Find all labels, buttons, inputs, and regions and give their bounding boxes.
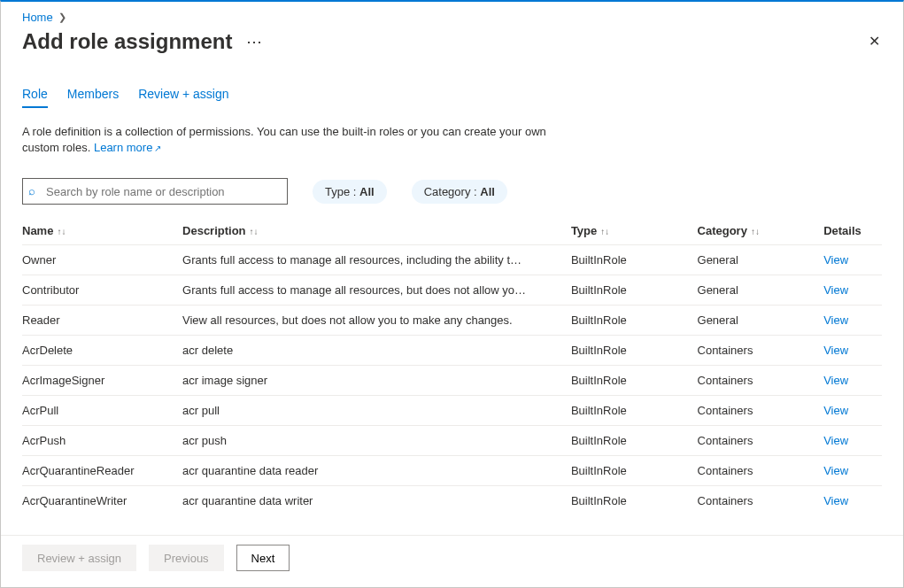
role-type: BuiltInRole — [571, 426, 698, 456]
page-title-row: Add role assignment ⋯ — [22, 29, 262, 54]
col-header-type[interactable]: Type↑↓ — [571, 217, 698, 245]
view-link[interactable]: View — [823, 283, 848, 297]
role-category: Containers — [698, 366, 824, 396]
role-description: acr pull — [182, 404, 528, 417]
category-filter-label: Category : — [424, 185, 481, 198]
role-name: Owner — [22, 245, 182, 275]
close-icon: ✕ — [869, 34, 880, 49]
search-input[interactable] — [22, 178, 288, 205]
role-description: acr push — [182, 434, 528, 447]
tab-review[interactable]: Review + assign — [138, 87, 228, 108]
role-type: BuiltInRole — [571, 396, 698, 426]
view-link[interactable]: View — [823, 404, 848, 417]
col-header-description[interactable]: Description↑↓ — [182, 217, 571, 245]
table-row[interactable]: AcrQuarantineReaderacr quarantine data r… — [22, 456, 882, 486]
search-box: ⌕ — [22, 178, 288, 205]
role-description: acr quarantine data writer — [182, 494, 528, 507]
role-name: AcrPush — [22, 426, 182, 456]
tab-strip: Role Members Review + assign — [22, 87, 882, 108]
table-row[interactable]: AcrQuarantineWriteracr quarantine data w… — [22, 486, 882, 516]
role-description: acr image signer — [182, 374, 528, 387]
more-actions-button[interactable]: ⋯ — [246, 34, 262, 50]
role-name: AcrPull — [22, 396, 182, 426]
chevron-right-icon: ❯ — [58, 12, 66, 23]
role-name: AcrQuarantineWriter — [22, 486, 182, 516]
role-type: BuiltInRole — [571, 366, 698, 396]
sort-icon: ↑↓ — [250, 227, 259, 236]
roles-table: Name↑↓ Description↑↓ Type↑↓ Category↑↓ D… — [22, 217, 882, 515]
tab-members[interactable]: Members — [67, 87, 119, 108]
role-name: AcrImageSigner — [22, 366, 182, 396]
sort-icon: ↑↓ — [751, 227, 760, 236]
role-category: General — [698, 275, 824, 306]
col-header-name[interactable]: Name↑↓ — [22, 217, 182, 245]
table-row[interactable]: OwnerGrants full access to manage all re… — [22, 245, 882, 275]
category-filter[interactable]: Category : All — [412, 180, 507, 204]
view-link[interactable]: View — [823, 434, 848, 447]
role-type: BuiltInRole — [571, 456, 698, 486]
col-header-details: Details — [823, 217, 882, 245]
description-text: A role definition is a collection of per… — [22, 124, 571, 157]
role-description: View all resources, but does not allow y… — [182, 313, 528, 327]
role-description: acr delete — [182, 344, 528, 357]
breadcrumb-home[interactable]: Home — [22, 11, 53, 24]
next-button[interactable]: Next — [236, 545, 290, 571]
view-link[interactable]: View — [823, 344, 848, 357]
type-filter-value: All — [359, 185, 375, 198]
learn-more-label: Learn more — [94, 141, 152, 154]
table-row[interactable]: ContributorGrants full access to manage … — [22, 275, 882, 306]
view-link[interactable]: View — [823, 464, 848, 477]
type-filter-label: Type : — [325, 185, 359, 198]
content-area: Role Members Review + assign A role defi… — [1, 62, 903, 535]
role-category: Containers — [698, 486, 824, 516]
search-icon: ⌕ — [28, 184, 35, 197]
category-filter-value: All — [480, 185, 495, 198]
role-type: BuiltInRole — [571, 486, 698, 516]
role-type: BuiltInRole — [571, 245, 698, 275]
external-link-icon: ↗ — [154, 143, 161, 153]
role-category: General — [698, 245, 824, 275]
review-assign-button[interactable]: Review + assign — [22, 545, 136, 571]
role-name: Reader — [22, 306, 182, 336]
role-type: BuiltInRole — [571, 306, 698, 336]
role-name: AcrQuarantineReader — [22, 456, 182, 486]
view-link[interactable]: View — [823, 494, 848, 507]
close-button[interactable]: ✕ — [863, 27, 885, 55]
col-header-category[interactable]: Category↑↓ — [698, 217, 824, 245]
role-category: Containers — [698, 336, 824, 366]
role-category: Containers — [698, 426, 824, 456]
role-category: Containers — [698, 396, 824, 426]
table-row[interactable]: AcrDeleteacr deleteBuiltInRoleContainers… — [22, 336, 882, 366]
footer-bar: Review + assign Previous Next — [1, 535, 903, 587]
role-type: BuiltInRole — [571, 336, 698, 366]
tab-role[interactable]: Role — [22, 87, 48, 108]
role-category: General — [698, 306, 824, 336]
table-row[interactable]: AcrPushacr pushBuiltInRoleContainersView — [22, 426, 882, 456]
table-row[interactable]: AcrImageSigneracr image signerBuiltInRol… — [22, 366, 882, 396]
view-link[interactable]: View — [823, 374, 848, 387]
table-row[interactable]: AcrPullacr pullBuiltInRoleContainersView — [22, 396, 882, 426]
role-type: BuiltInRole — [571, 275, 698, 306]
sort-icon: ↑↓ — [57, 227, 66, 236]
view-link[interactable]: View — [823, 313, 848, 327]
type-filter[interactable]: Type : All — [313, 180, 387, 204]
learn-more-link[interactable]: Learn more↗ — [94, 141, 161, 154]
page-title: Add role assignment — [22, 29, 232, 54]
role-name: Contributor — [22, 275, 182, 306]
filter-row: ⌕ Type : All Category : All — [22, 178, 882, 205]
view-link[interactable]: View — [823, 253, 848, 267]
previous-button[interactable]: Previous — [149, 545, 224, 571]
role-description: Grants full access to manage all resourc… — [182, 253, 528, 267]
role-description: acr quarantine data reader — [182, 464, 528, 477]
sort-icon: ↑↓ — [600, 227, 609, 236]
role-name: AcrDelete — [22, 336, 182, 366]
role-category: Containers — [698, 456, 824, 486]
breadcrumb: Home ❯ — [1, 2, 903, 26]
table-row[interactable]: ReaderView all resources, but does not a… — [22, 306, 882, 336]
role-description: Grants full access to manage all resourc… — [182, 283, 528, 297]
